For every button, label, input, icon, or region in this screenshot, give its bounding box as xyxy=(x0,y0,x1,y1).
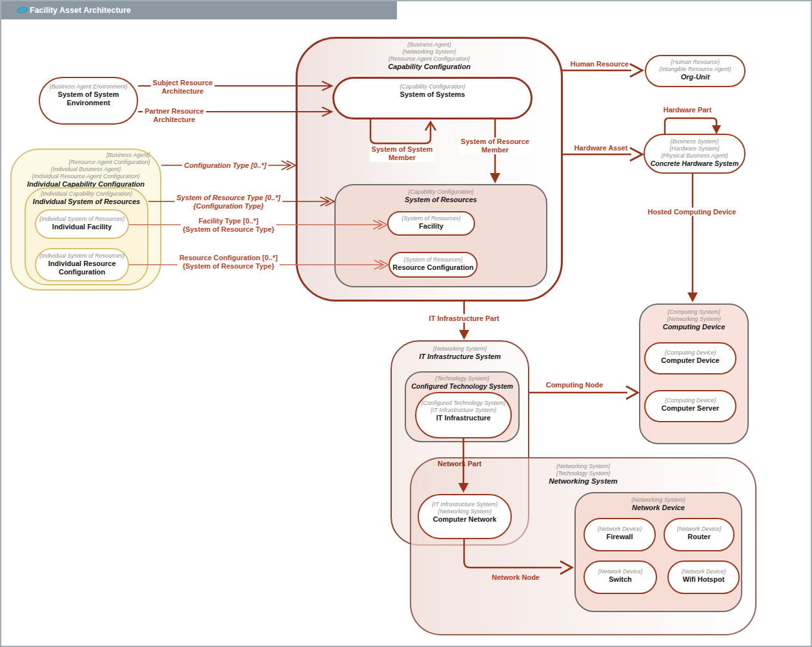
stereotype-line: {Network Device} xyxy=(585,568,656,575)
node-title: Concrete Hardware System xyxy=(645,159,744,168)
node-title: Resource Configuration xyxy=(390,263,476,272)
stereotype-line: {Physical Business Agent} xyxy=(645,152,744,159)
stereotype-line: {Technology System} xyxy=(411,470,755,477)
stereotype-line: {Networking System} xyxy=(392,345,528,353)
stereotype-line: {Business System} xyxy=(645,138,744,145)
stereotype-line: {Individual Capability Configuration} xyxy=(26,190,147,198)
edge-label-computing-node[interactable]: Computing Node xyxy=(546,381,604,389)
stereotype-line: {Business Agent} xyxy=(298,41,561,48)
classifier-ref: [Resource Agent Configuration] xyxy=(69,159,150,166)
node-system-of-systems[interactable]: {Capability Configuration} System of Sys… xyxy=(332,77,533,119)
node-title: Individual Resource Configuration xyxy=(36,260,128,276)
stereotype-line: {Networking System} xyxy=(419,508,511,515)
node-it-infrastructure[interactable]: {Configured Technology System} {IT Infra… xyxy=(415,392,512,438)
node-title: Wifi Hotspot xyxy=(669,575,738,584)
node-title: Individual System of Resources xyxy=(26,198,147,206)
node-title: System of System Environment xyxy=(40,90,137,107)
edge-label-system-of-resource-type[interactable]: System of Resource Type [0..*] {Configur… xyxy=(175,194,283,211)
stereotype-line: {Intangible Resource Agent} xyxy=(646,66,744,73)
diagram-title-bar: Facility Asset Architecture xyxy=(1,1,397,19)
stereotype-line: {Capability Configuration} xyxy=(336,189,546,196)
node-concrete-hardware-system[interactable]: {Business System} {Hardware System} {Phy… xyxy=(644,134,746,174)
stereotype-line: {Network Device} xyxy=(669,568,738,575)
node-title: System of Systems xyxy=(334,90,531,99)
node-title: System of Resources xyxy=(336,196,546,204)
node-title: Facility xyxy=(389,222,474,231)
stereotype-line: {Business Agent Environment} xyxy=(40,83,137,90)
node-title: Individual Facility xyxy=(36,223,128,231)
stereotype-line: {Capability Configuration} xyxy=(334,83,531,90)
node-computer-network[interactable]: {IT Infrastructure System} {Networking S… xyxy=(418,494,512,539)
node-computer-device[interactable]: {Computing Device} Computer Device xyxy=(644,342,736,375)
edge-label-it-infrastructure-part[interactable]: IT Infrastructure Part xyxy=(427,314,502,323)
stereotype-line: {System of Resources} xyxy=(389,215,474,222)
node-network-device[interactable]: {Networking System} Network Device xyxy=(574,492,742,612)
classifier-ref: [Business Agent] xyxy=(69,152,150,159)
edge-label-partner-resource-architecture[interactable]: Partner Resource Architecture xyxy=(143,107,206,124)
node-title: Network Device xyxy=(576,504,741,512)
node-title: Org-Unit xyxy=(646,73,744,81)
stereotype-line: {Network Device} xyxy=(665,526,733,533)
edge-label-subject-resource-architecture[interactable]: Subject Resource Architecture xyxy=(151,79,215,96)
edge-label-system-of-resource-member[interactable]: System of Resource Member xyxy=(459,138,531,154)
stereotype-line: {Computing Device} xyxy=(645,397,735,404)
stereotype-line: {Computing System} xyxy=(640,309,747,316)
stereotype-line: {IT Infrastructure System} xyxy=(416,407,511,414)
stereotype-line: {Human Resource} xyxy=(646,59,744,66)
node-wifi-hotspot[interactable]: {Network Device} Wifi Hotspot xyxy=(667,560,740,594)
node-facility[interactable]: {System of Resources} Facility xyxy=(387,211,475,236)
stereotype-line: {Networking System} xyxy=(640,316,747,323)
node-title: Capability Configuration xyxy=(298,63,561,71)
node-title: Switch xyxy=(585,575,656,584)
edge-label-hardware-part[interactable]: Hardware Part xyxy=(664,106,712,114)
edge-label-human-resource[interactable]: Human Resource xyxy=(571,60,629,68)
stereotype-line: {Configured Technology System} xyxy=(416,400,511,407)
stereotype-line: {Networking System} xyxy=(298,48,561,56)
node-org-unit[interactable]: {Human Resource} {Intangible Resource Ag… xyxy=(645,55,746,87)
edge-label-hosted-computing-device[interactable]: Hosted Computing Device xyxy=(646,208,738,216)
stereotype-line: {Hardware System} xyxy=(645,145,744,152)
stereotype-line: {Networking System} xyxy=(576,497,741,504)
edge-label-facility-type[interactable]: Facility Type [0..*] {System of Resource… xyxy=(181,217,276,234)
edge-label-network-node[interactable]: Network Node xyxy=(492,573,540,582)
stereotype-line: {Individual System of Resources} xyxy=(36,252,128,260)
node-title: IT Infrastructure xyxy=(416,414,511,422)
node-firewall[interactable]: {Network Device} Firewall xyxy=(584,518,656,551)
stereotype-line: {Network Device} xyxy=(585,526,655,533)
node-router[interactable]: {Network Device} Router xyxy=(664,518,735,551)
classifier-refs: [Business Agent] [Resource Agent Configu… xyxy=(69,152,150,166)
node-title: Configured Technology System xyxy=(406,382,518,391)
node-computer-server[interactable]: {Computing Device} Computer Server xyxy=(644,390,736,422)
node-title: IT Infrastructure System xyxy=(392,353,528,361)
stereotype-line: {Individual System of Resources} xyxy=(36,216,128,223)
diagram-icon xyxy=(16,6,28,14)
node-switch[interactable]: {Network Device} Switch xyxy=(584,560,657,594)
node-title: Router xyxy=(665,533,733,541)
stereotype-line: {Resource Agent Configuration} xyxy=(298,56,561,63)
edge-label-hardware-asset[interactable]: Hardware Asset xyxy=(574,144,628,152)
node-title: Computer Server xyxy=(645,404,735,413)
edge-label-system-of-system-member[interactable]: System of System Member xyxy=(370,145,435,162)
node-title: Computer Device xyxy=(645,356,735,365)
node-title: Networking System xyxy=(411,477,755,486)
edge-label-resource-configuration[interactable]: Resource Configuration [0..*] {System of… xyxy=(178,254,279,271)
edge-label-configuration-type[interactable]: Configuration Type [0..*] xyxy=(182,161,268,170)
node-title: Computing Device xyxy=(640,323,747,331)
node-system-of-system-environment[interactable]: {Business Agent Environment} System of S… xyxy=(39,77,138,125)
stereotype-line: {Individual Resource Agent Configuration… xyxy=(12,173,160,180)
stereotype-line: {IT Infrastructure System} xyxy=(419,501,511,508)
node-title: Computer Network xyxy=(419,515,511,524)
node-title: Firewall xyxy=(585,533,655,541)
edge-label-network-part[interactable]: Network Part xyxy=(438,460,482,468)
node-resource-configuration[interactable]: {System of Resources} Resource Configura… xyxy=(389,252,478,278)
stereotype-line: {Technology System} xyxy=(406,375,518,382)
node-individual-resource-configuration[interactable]: {Individual System of Resources} Individ… xyxy=(35,248,129,282)
stereotype-line: {Individual Business Agent} xyxy=(12,166,160,173)
diagram-title: Facility Asset Architecture xyxy=(30,1,131,19)
stereotype-line: {System of Resources} xyxy=(390,256,476,263)
stereotype-line: {Computing Device} xyxy=(645,349,735,356)
diagram-canvas: Facility Asset Architecture [Business Ag… xyxy=(0,0,812,647)
node-individual-facility[interactable]: {Individual System of Resources} Individ… xyxy=(35,209,129,239)
